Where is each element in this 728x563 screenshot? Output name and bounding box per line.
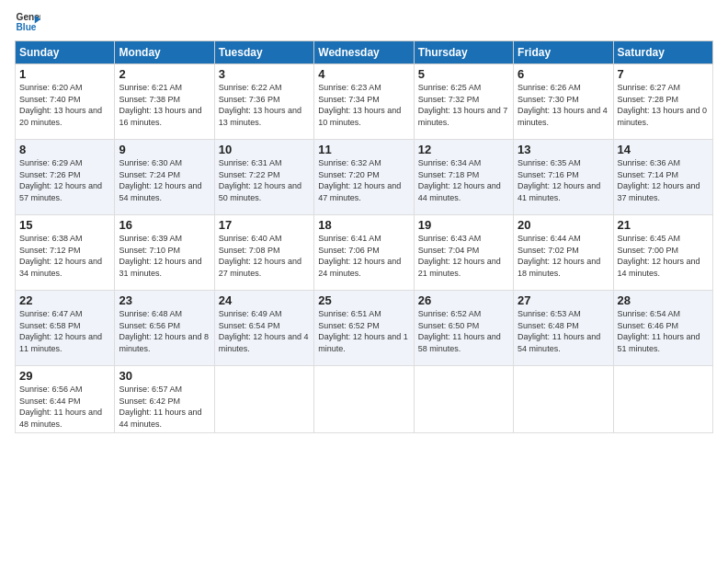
weekday-header-sunday: Sunday <box>16 41 115 64</box>
day-info: Sunrise: 6:39 AMSunset: 7:10 PMDaylight:… <box>119 233 210 279</box>
calendar-cell: 20Sunrise: 6:44 AMSunset: 7:02 PMDayligh… <box>514 215 613 291</box>
day-info: Sunrise: 6:21 AMSunset: 7:38 PMDaylight:… <box>119 82 210 128</box>
day-number: 7 <box>618 67 709 81</box>
day-number: 22 <box>19 293 110 307</box>
calendar-cell: 16Sunrise: 6:39 AMSunset: 7:10 PMDayligh… <box>115 215 214 291</box>
weekday-header-wednesday: Wednesday <box>314 41 414 64</box>
calendar-cell: 25Sunrise: 6:51 AMSunset: 6:52 PMDayligh… <box>314 291 414 366</box>
logo-icon: General Blue <box>15 9 40 35</box>
day-info: Sunrise: 6:56 AMSunset: 6:44 PMDaylight:… <box>19 384 110 430</box>
day-number: 30 <box>119 369 210 383</box>
day-info: Sunrise: 6:23 AMSunset: 7:34 PMDaylight:… <box>318 82 409 128</box>
calendar-week-row: 1Sunrise: 6:20 AMSunset: 7:40 PMDaylight… <box>16 64 713 140</box>
calendar-cell: 8Sunrise: 6:29 AMSunset: 7:26 PMDaylight… <box>16 140 115 215</box>
calendar-cell: 14Sunrise: 6:36 AMSunset: 7:14 PMDayligh… <box>613 140 712 215</box>
header: General Blue <box>15 9 713 35</box>
weekday-header-tuesday: Tuesday <box>214 41 313 64</box>
day-info: Sunrise: 6:54 AMSunset: 6:46 PMDaylight:… <box>618 308 709 354</box>
day-info: Sunrise: 6:25 AMSunset: 7:32 PMDaylight:… <box>418 82 509 128</box>
weekday-header-thursday: Thursday <box>414 41 513 64</box>
calendar-cell: 23Sunrise: 6:48 AMSunset: 6:56 PMDayligh… <box>115 291 214 366</box>
day-info: Sunrise: 6:44 AMSunset: 7:02 PMDaylight:… <box>518 233 609 279</box>
page: General Blue SundayMondayTuesdayWednesda… <box>0 0 728 563</box>
day-number: 9 <box>119 143 210 156</box>
calendar-week-row: 8Sunrise: 6:29 AMSunset: 7:26 PMDaylight… <box>16 140 713 215</box>
day-info: Sunrise: 6:26 AMSunset: 7:30 PMDaylight:… <box>518 82 609 128</box>
calendar-cell: 4Sunrise: 6:23 AMSunset: 7:34 PMDaylight… <box>314 64 414 140</box>
day-number: 14 <box>618 143 709 156</box>
calendar-table: SundayMondayTuesdayWednesdayThursdayFrid… <box>15 40 713 433</box>
day-number: 26 <box>418 293 509 307</box>
day-number: 3 <box>219 67 310 81</box>
day-number: 4 <box>318 67 409 81</box>
calendar-cell: 15Sunrise: 6:38 AMSunset: 7:12 PMDayligh… <box>16 215 115 291</box>
calendar-cell: 2Sunrise: 6:21 AMSunset: 7:38 PMDaylight… <box>115 64 214 140</box>
day-info: Sunrise: 6:48 AMSunset: 6:56 PMDaylight:… <box>119 308 210 354</box>
day-info: Sunrise: 6:41 AMSunset: 7:06 PMDaylight:… <box>318 233 409 279</box>
day-number: 18 <box>318 218 409 232</box>
day-info: Sunrise: 6:30 AMSunset: 7:24 PMDaylight:… <box>119 157 210 203</box>
calendar-cell: 9Sunrise: 6:30 AMSunset: 7:24 PMDaylight… <box>115 140 214 215</box>
calendar-cell: 18Sunrise: 6:41 AMSunset: 7:06 PMDayligh… <box>314 215 414 291</box>
calendar-cell: 19Sunrise: 6:43 AMSunset: 7:04 PMDayligh… <box>414 215 513 291</box>
calendar-cell <box>314 366 414 433</box>
calendar-week-row: 15Sunrise: 6:38 AMSunset: 7:12 PMDayligh… <box>16 215 713 291</box>
day-info: Sunrise: 6:32 AMSunset: 7:20 PMDaylight:… <box>318 157 409 203</box>
calendar-week-row: 22Sunrise: 6:47 AMSunset: 6:58 PMDayligh… <box>16 291 713 366</box>
calendar-cell: 28Sunrise: 6:54 AMSunset: 6:46 PMDayligh… <box>613 291 712 366</box>
day-info: Sunrise: 6:34 AMSunset: 7:18 PMDaylight:… <box>418 157 509 203</box>
calendar-cell: 3Sunrise: 6:22 AMSunset: 7:36 PMDaylight… <box>214 64 313 140</box>
day-info: Sunrise: 6:27 AMSunset: 7:28 PMDaylight:… <box>618 82 709 128</box>
day-number: 20 <box>518 218 609 232</box>
calendar-cell: 17Sunrise: 6:40 AMSunset: 7:08 PMDayligh… <box>214 215 313 291</box>
day-number: 28 <box>618 293 709 307</box>
day-number: 6 <box>518 67 609 81</box>
weekday-header-monday: Monday <box>115 41 214 64</box>
calendar-cell: 22Sunrise: 6:47 AMSunset: 6:58 PMDayligh… <box>16 291 115 366</box>
day-number: 2 <box>119 67 210 81</box>
day-info: Sunrise: 6:51 AMSunset: 6:52 PMDaylight:… <box>318 308 409 354</box>
calendar-cell: 21Sunrise: 6:45 AMSunset: 7:00 PMDayligh… <box>613 215 712 291</box>
day-number: 16 <box>119 218 210 232</box>
day-number: 15 <box>19 218 110 232</box>
day-info: Sunrise: 6:29 AMSunset: 7:26 PMDaylight:… <box>19 157 110 203</box>
day-info: Sunrise: 6:31 AMSunset: 7:22 PMDaylight:… <box>219 157 310 203</box>
calendar-cell <box>214 366 313 433</box>
calendar-cell: 27Sunrise: 6:53 AMSunset: 6:48 PMDayligh… <box>514 291 613 366</box>
calendar-cell: 13Sunrise: 6:35 AMSunset: 7:16 PMDayligh… <box>514 140 613 215</box>
calendar-cell: 29Sunrise: 6:56 AMSunset: 6:44 PMDayligh… <box>16 366 115 433</box>
day-number: 8 <box>19 143 110 156</box>
day-info: Sunrise: 6:38 AMSunset: 7:12 PMDaylight:… <box>19 233 110 279</box>
day-info: Sunrise: 6:47 AMSunset: 6:58 PMDaylight:… <box>19 308 110 354</box>
day-info: Sunrise: 6:53 AMSunset: 6:48 PMDaylight:… <box>518 308 609 354</box>
day-info: Sunrise: 6:22 AMSunset: 7:36 PMDaylight:… <box>219 82 310 128</box>
calendar-cell: 12Sunrise: 6:34 AMSunset: 7:18 PMDayligh… <box>414 140 513 215</box>
day-info: Sunrise: 6:45 AMSunset: 7:00 PMDaylight:… <box>618 233 709 279</box>
day-number: 25 <box>318 293 409 307</box>
day-number: 24 <box>219 293 310 307</box>
calendar-cell: 5Sunrise: 6:25 AMSunset: 7:32 PMDaylight… <box>414 64 513 140</box>
day-number: 27 <box>518 293 609 307</box>
day-number: 11 <box>318 143 409 156</box>
day-info: Sunrise: 6:49 AMSunset: 6:54 PMDaylight:… <box>219 308 310 354</box>
weekday-header-saturday: Saturday <box>613 41 712 64</box>
calendar-cell: 26Sunrise: 6:52 AMSunset: 6:50 PMDayligh… <box>414 291 513 366</box>
day-number: 10 <box>219 143 310 156</box>
day-info: Sunrise: 6:35 AMSunset: 7:16 PMDaylight:… <box>518 157 609 203</box>
logo: General Blue <box>15 9 40 35</box>
day-number: 23 <box>119 293 210 307</box>
day-number: 5 <box>418 67 509 81</box>
calendar-cell: 24Sunrise: 6:49 AMSunset: 6:54 PMDayligh… <box>214 291 313 366</box>
day-info: Sunrise: 6:52 AMSunset: 6:50 PMDaylight:… <box>418 308 509 354</box>
calendar-cell: 1Sunrise: 6:20 AMSunset: 7:40 PMDaylight… <box>16 64 115 140</box>
day-number: 1 <box>19 67 110 81</box>
calendar-cell <box>613 366 712 433</box>
calendar-cell: 6Sunrise: 6:26 AMSunset: 7:30 PMDaylight… <box>514 64 613 140</box>
day-info: Sunrise: 6:20 AMSunset: 7:40 PMDaylight:… <box>19 82 110 128</box>
calendar-cell: 30Sunrise: 6:57 AMSunset: 6:42 PMDayligh… <box>115 366 214 433</box>
svg-text:Blue: Blue <box>17 22 37 32</box>
weekday-header-row: SundayMondayTuesdayWednesdayThursdayFrid… <box>16 41 713 64</box>
day-number: 29 <box>19 369 110 383</box>
day-info: Sunrise: 6:40 AMSunset: 7:08 PMDaylight:… <box>219 233 310 279</box>
day-number: 17 <box>219 218 310 232</box>
